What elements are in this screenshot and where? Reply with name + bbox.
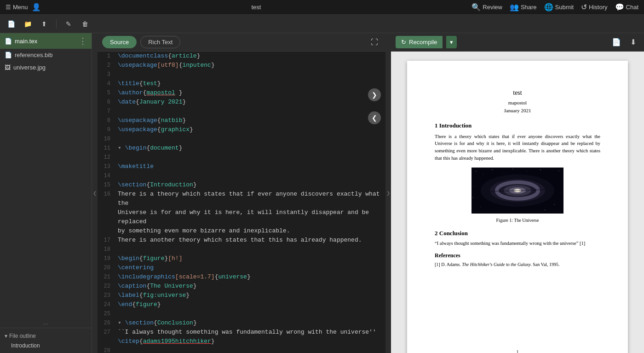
- svg-point-1: [476, 171, 477, 171]
- pdf-page-number: 1: [517, 349, 519, 353]
- file-icon: 📄: [5, 52, 12, 58]
- pdf-ref-item: [1] D. Adams. The Hitchhiker's Guide to …: [435, 261, 600, 268]
- share-icon: 👥: [510, 3, 519, 12]
- top-navigation: ☰ Menu 👤 test 🔍 Review 👥 Share 🌐 Submit …: [0, 0, 644, 15]
- pdf-section-2: 2 Conclusion: [435, 229, 600, 237]
- svg-point-8: [552, 174, 552, 174]
- code-line: 21 \includegraphics[scale=1.7]{universe}: [98, 272, 385, 282]
- file-more-button[interactable]: ⋮: [79, 36, 87, 46]
- review-button[interactable]: 🔍 Review: [472, 3, 502, 12]
- editor-area: Source Rich Text ⛶ 1 \documentclass{arti…: [98, 33, 385, 353]
- file-references-bib[interactable]: 📄 references.bib: [0, 49, 92, 61]
- pdf-author: mapostol: [435, 99, 600, 106]
- document-title: test: [251, 4, 261, 11]
- menu-button[interactable]: ☰ Menu: [6, 4, 28, 11]
- pdf-figure: Figure 1: The Universe: [435, 168, 600, 224]
- code-line: 23 \label{fig:universe}: [98, 291, 385, 300]
- code-line: 20 \centering: [98, 263, 385, 272]
- chevron-down-icon: ▾: [5, 333, 7, 339]
- avatar-icon: 👤: [32, 3, 41, 12]
- recompile-icon: ↻: [401, 39, 406, 46]
- preview-collapse-handle[interactable]: ❯: [385, 33, 391, 353]
- editor-down-arrow[interactable]: ❮: [368, 111, 381, 124]
- recompile-button[interactable]: ↻ Recompile: [396, 36, 443, 48]
- preview-content[interactable]: test mapostol January 2021 1 Introductio…: [391, 52, 644, 353]
- file-name: main.tex: [15, 38, 37, 45]
- history-button[interactable]: ↺ History: [581, 3, 607, 12]
- code-line: 14: [98, 171, 385, 180]
- download-pdf-button[interactable]: ⬇: [627, 36, 639, 49]
- more-dots: ...: [0, 317, 92, 328]
- svg-point-5: [513, 168, 513, 169]
- code-line: 4 \title{test}: [98, 79, 385, 88]
- svg-point-13: [545, 209, 545, 210]
- file-outline-label: File outline: [9, 333, 36, 339]
- file-universe-jpg[interactable]: 🖼 universe.jpg: [0, 61, 92, 74]
- review-icon: 🔍: [472, 3, 481, 12]
- svg-point-15: [473, 197, 473, 197]
- history-icon: ↺: [581, 3, 587, 12]
- preview-area: ↻ Recompile ▾ 📄 ⬇ test mapostol January …: [391, 33, 644, 353]
- menu-icon: ☰: [6, 4, 11, 11]
- new-file-button[interactable]: 📄: [5, 17, 17, 30]
- upload-button[interactable]: ⬆: [38, 17, 51, 30]
- svg-point-3: [492, 169, 492, 170]
- svg-point-6: [527, 171, 527, 171]
- editor-up-arrow[interactable]: ❯: [368, 88, 381, 101]
- pdf-body-1: There is a theory which states that if e…: [435, 133, 600, 162]
- editor-content[interactable]: 1 \documentclass{article} 2 \usepackage[…: [98, 52, 385, 353]
- share-button[interactable]: 👥 Share: [510, 3, 537, 12]
- code-line: 1 \documentclass{article}: [98, 52, 385, 61]
- rename-button[interactable]: ✎: [62, 17, 75, 30]
- file-icon: 📄: [5, 38, 12, 45]
- review-label: Review: [483, 4, 502, 11]
- editor-tabs: Source Rich Text ⛶: [98, 33, 385, 52]
- pdf-figure-caption: Figure 1: The Universe: [435, 217, 600, 224]
- pdf-ref-section: References: [435, 252, 600, 260]
- code-line: 9 \usepackage{graphicx}: [98, 125, 385, 134]
- source-tab[interactable]: Source: [102, 36, 137, 48]
- view-pdf-button[interactable]: 📄: [610, 36, 623, 49]
- sidebar-collapse-handle[interactable]: ❮: [92, 33, 98, 353]
- svg-point-11: [554, 204, 555, 204]
- svg-point-7: [540, 169, 540, 170]
- code-editor[interactable]: 1 \documentclass{article} 2 \usepackage[…: [98, 52, 385, 353]
- galaxy-image: [472, 168, 564, 214]
- preview-toolbar: ↻ Recompile ▾ 📄 ⬇: [391, 33, 644, 52]
- file-name: references.bib: [15, 52, 52, 58]
- pdf-section-1: 1 Introduction: [435, 122, 600, 130]
- code-line: 10: [98, 134, 385, 144]
- rich-text-tab[interactable]: Rich Text: [140, 36, 180, 48]
- ref-title: The Hitchhiker's Guide to the Galaxy.: [462, 262, 532, 267]
- history-label: History: [589, 4, 607, 11]
- code-line: 5 \author{mapostol }: [98, 88, 385, 98]
- svg-point-2: [483, 174, 483, 174]
- file-main-tex[interactable]: 📄 main.tex ⋮: [0, 33, 92, 49]
- file-outline-header[interactable]: ▾ File outline: [5, 331, 87, 341]
- code-line: 6 \date{January 2021}: [98, 98, 385, 107]
- code-line: 17 There is another theory which states …: [98, 236, 385, 245]
- outline-item-introduction[interactable]: Introduction: [5, 341, 87, 350]
- pdf-date: January 2021: [435, 107, 600, 114]
- ref-pub: San Val, 1995.: [532, 262, 560, 267]
- file-icon: 🖼: [5, 64, 11, 71]
- svg-point-4: [504, 173, 504, 173]
- svg-point-9: [559, 170, 559, 171]
- code-line: 27 ``I always thought something was fund…: [98, 328, 385, 346]
- code-line: 13 \maketitle: [98, 162, 385, 171]
- submit-button[interactable]: 🌐 Submit: [544, 3, 574, 12]
- code-line: 19 \begin{figure}[h!]: [98, 254, 385, 263]
- expand-editor-button[interactable]: ⛶: [368, 36, 381, 49]
- chat-button[interactable]: 💬 Chat: [615, 3, 638, 12]
- ref-number: [1] D. Adams.: [435, 262, 462, 267]
- code-line: 12: [98, 153, 385, 162]
- recompile-dropdown-button[interactable]: ▾: [446, 36, 457, 48]
- svg-point-12: [481, 206, 481, 207]
- delete-button[interactable]: 🗑: [79, 17, 92, 30]
- code-line: 7: [98, 107, 385, 116]
- pdf-title: test: [435, 88, 600, 98]
- code-line: 11 ▾ \begin{document}: [98, 144, 385, 153]
- code-line: 3: [98, 70, 385, 79]
- pdf-page: test mapostol January 2021 1 Introductio…: [407, 61, 628, 353]
- new-folder-button[interactable]: 📁: [21, 17, 34, 30]
